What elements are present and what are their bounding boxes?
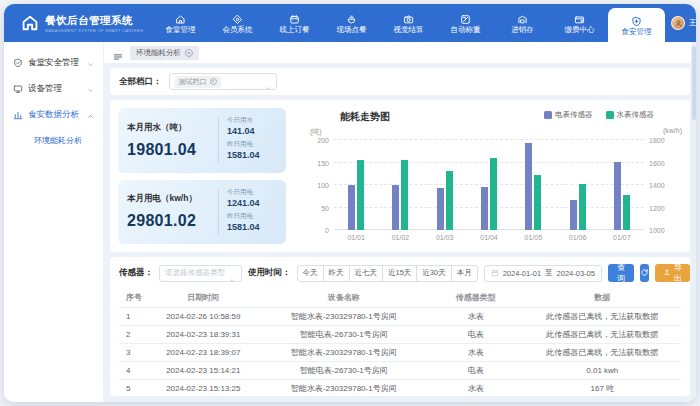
sidebar-item-canteen-safety-mgmt[interactable]: 食堂安全管理 xyxy=(4,50,103,76)
calendar-icon xyxy=(491,269,499,277)
nav-label: 视觉结算 xyxy=(394,25,424,35)
right-axis-unit: (kw/h) xyxy=(663,127,682,134)
table-cell: 此传感器已离线，无法获取数据 xyxy=(524,398,681,403)
bar-water[interactable] xyxy=(446,171,453,230)
legend-swatch xyxy=(606,111,614,119)
nav-inventory[interactable]: 进销存 xyxy=(494,4,551,42)
table-cell: 智能水表-230329780-1号房间 xyxy=(259,380,428,398)
bar-water[interactable] xyxy=(490,158,497,230)
export-button[interactable]: 导出 xyxy=(655,264,690,282)
menu-toggle-icon[interactable] xyxy=(113,48,123,58)
stall-tag: 测试档口 × xyxy=(175,76,221,88)
sensor-filter-label: 传感器： xyxy=(119,267,153,279)
bar-electric[interactable] xyxy=(392,185,399,230)
tab-env-energy[interactable]: 环境能耗分析 × xyxy=(130,46,199,60)
quick-date-button[interactable]: 近15天 xyxy=(382,265,417,282)
quick-date-button[interactable]: 昨天 xyxy=(323,265,350,282)
stat-value: 19801.04 xyxy=(127,141,210,159)
bar-water[interactable] xyxy=(534,175,541,230)
table-row[interactable]: 42024-02-23 15:14:21智能电表-26730-1号房间电表0.0… xyxy=(119,362,681,380)
search-button[interactable]: 查询 xyxy=(608,264,634,282)
stall-select[interactable]: 测试档口 × xyxy=(169,73,277,90)
legend-label: 水表传感器 xyxy=(617,110,655,120)
nav-vision-checkout[interactable]: 视觉结算 xyxy=(380,4,437,42)
stat-sub-label: 今日用水 xyxy=(227,116,277,125)
bar-electric[interactable] xyxy=(614,162,621,230)
stat-sub-value: 1581.04 xyxy=(227,150,277,160)
records-table: 序号日期时间设备名称传感器类型数据 12024-02-26 10:58:59智能… xyxy=(119,288,681,402)
stat-sub-value: 1241.04 xyxy=(227,198,277,208)
nav-canteen-mgmt[interactable]: 食堂管理 xyxy=(152,4,209,42)
bar-water[interactable] xyxy=(357,160,364,230)
calendar-icon xyxy=(289,11,300,22)
nav-food-safety[interactable]: 食安管理 xyxy=(608,8,665,42)
right-axis-tick: 1200 xyxy=(649,204,665,211)
nav-auto-weigh[interactable]: 自动称重 xyxy=(437,4,494,42)
x-axis-label: 01/04 xyxy=(480,234,498,241)
sidebar-subitem-env-energy-analysis[interactable]: 环境能耗分析 xyxy=(4,128,103,152)
stat-sub-value: 1581.04 xyxy=(227,222,277,232)
table-cell: 水表 xyxy=(428,380,524,398)
remove-tag-icon[interactable]: × xyxy=(210,78,217,85)
stall-tag-label: 测试档口 xyxy=(179,77,207,87)
chevron-down-icon xyxy=(87,60,94,67)
legend-swatch xyxy=(544,111,552,119)
bar-water[interactable] xyxy=(623,195,630,230)
main-content: 环境能耗分析 × 全部档口： 测试档口 × 本月用水（吨）19801.0 xyxy=(104,42,696,402)
bar-electric[interactable] xyxy=(437,188,444,230)
bar-electric[interactable] xyxy=(570,200,577,230)
nav-onsite-order[interactable]: 现场点餐 xyxy=(323,4,380,42)
table-row[interactable]: 62024-02-22 18:38:41智能水表-230329780-1号房间水… xyxy=(119,398,681,403)
nav-member-system[interactable]: 会员系统 xyxy=(209,4,266,42)
divider xyxy=(218,118,219,162)
nav-label: 进销存 xyxy=(511,25,534,35)
bar-water[interactable] xyxy=(579,184,586,230)
stat-sub-label: 今日用电 xyxy=(227,188,277,197)
scrollbar-thumb[interactable] xyxy=(692,46,696,120)
date-range-picker[interactable]: 2024-01-01 至 2024-03-05 xyxy=(484,265,602,282)
close-tab-icon[interactable]: × xyxy=(185,49,193,57)
top-nav: 食堂管理会员系统线上订餐现场点餐视觉结算自动称重进销存缴费中心食安管理 xyxy=(152,4,665,42)
shield-plus-icon xyxy=(631,13,642,24)
table-row[interactable]: 32024-02-23 18:39:07智能水表-230329780-1号房间水… xyxy=(119,344,681,362)
table-row[interactable]: 52024-02-23 15:13:25智能水表-230329780-1号房间水… xyxy=(119,380,681,398)
sensor-select-placeholder: 请选择传感器类型 xyxy=(165,268,225,278)
wallet-icon xyxy=(574,11,585,22)
bar-water[interactable] xyxy=(401,160,408,230)
dashboard-card: 本月用水（吨）19801.04今日用水141.04昨日用电1581.04本月用电… xyxy=(110,100,690,252)
time-filter-label: 使用时间： xyxy=(248,267,291,279)
energy-trend-chart: 能耗走势图 电表传感器水表传感器 (吨)(kw/h)01000501200100… xyxy=(296,108,682,244)
stall-filter-card: 全部档口： 测试档口 × xyxy=(110,68,690,95)
quick-date-button[interactable]: 今天 xyxy=(297,265,324,282)
shield-icon xyxy=(13,58,23,68)
sidebar-item-food-safety-analysis[interactable]: 食安数据分析 xyxy=(4,102,103,128)
bar-electric[interactable] xyxy=(481,187,488,230)
scrollbar-track[interactable] xyxy=(691,42,696,402)
chevron-down-icon xyxy=(229,270,236,277)
table-cell: 2024-02-23 15:14:21 xyxy=(147,362,259,380)
quick-date-button[interactable]: 近30天 xyxy=(416,265,451,282)
nav-label: 缴费中心 xyxy=(565,25,595,35)
export-label: 导出 xyxy=(674,262,682,284)
quick-date-button[interactable]: 近七天 xyxy=(349,265,384,282)
legend-item[interactable]: 电表传感器 xyxy=(544,110,593,120)
table-header: 序号 xyxy=(119,288,147,308)
table-row[interactable]: 22024-02-23 18:39:31智能电表-26730-1号房间电表此传感… xyxy=(119,326,681,344)
nav-online-order[interactable]: 线上订餐 xyxy=(266,4,323,42)
bar-electric[interactable] xyxy=(348,185,355,230)
sidebar: 食堂安全管理设备管理食安数据分析环境能耗分析 xyxy=(4,42,104,402)
nav-payment-center[interactable]: 缴费中心 xyxy=(551,4,608,42)
sensor-type-select[interactable]: 请选择传感器类型 xyxy=(159,265,242,282)
refresh-button[interactable] xyxy=(640,264,649,282)
legend-item[interactable]: 水表传感器 xyxy=(606,110,655,120)
user-menu[interactable]: 王茜茜，采购经理 xyxy=(665,4,696,42)
quick-date-button[interactable]: 本月 xyxy=(451,265,478,282)
stat-value: 29801.02 xyxy=(127,212,210,230)
right-axis-tick: 1400 xyxy=(649,182,665,189)
table-row[interactable]: 12024-02-26 10:58:59智能水表-230329780-1号房间水… xyxy=(119,308,681,326)
x-axis-label: 01/07 xyxy=(613,234,631,241)
right-axis-tick: 1600 xyxy=(649,159,665,166)
sidebar-item-device-mgmt[interactable]: 设备管理 xyxy=(4,76,103,102)
bar-electric[interactable] xyxy=(525,143,532,230)
right-axis-tick: 1000 xyxy=(649,227,665,234)
